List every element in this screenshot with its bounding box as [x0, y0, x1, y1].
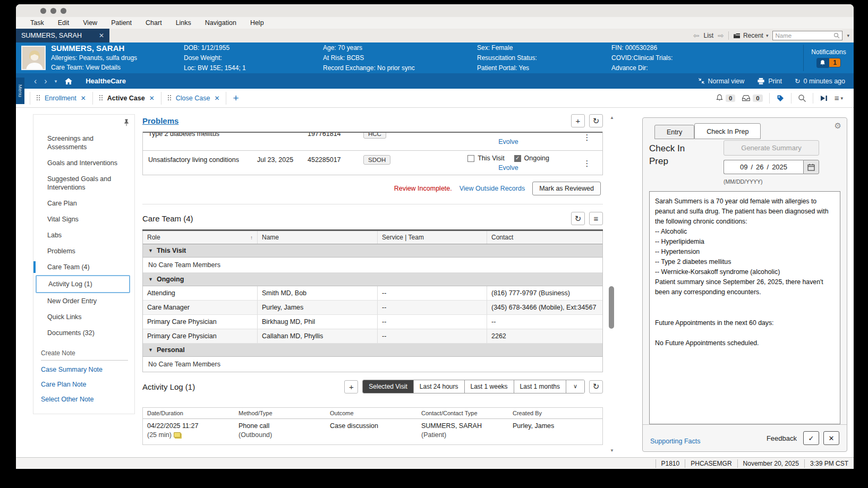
refresh-status-button[interactable]: ↻ 0 minutes ago [795, 77, 845, 85]
filter-last-24-hours[interactable]: Last 24 hours [414, 380, 465, 393]
home-icon[interactable] [64, 78, 73, 85]
sidebar-item-activity-log[interactable]: Activity Log (1) [36, 275, 130, 293]
menu-patient[interactable]: Patient [104, 19, 139, 27]
sidebar-item-documents[interactable]: Documents (32) [33, 325, 134, 341]
supporting-facts-link[interactable]: Supporting Facts [650, 438, 701, 445]
column-outcome[interactable]: Outcome [326, 408, 417, 418]
sidebar-item-care-plan[interactable]: Care Plan [33, 195, 134, 211]
tab-enrollment-close-icon[interactable]: ✕ [81, 95, 86, 102]
feedback-positive-button[interactable]: ✓ [803, 431, 819, 445]
skip-to-panel-icon[interactable] [820, 95, 828, 102]
menu-edit[interactable]: Edit [51, 19, 76, 27]
forward-button[interactable]: › [44, 77, 47, 85]
activity-row[interactable]: 04/22/2025 11:27 (25 min) Phone call (Ou… [143, 419, 602, 444]
search-options-chevron-icon[interactable]: ▾ [847, 33, 849, 38]
tab-active-case[interactable]: Active Case ✕ [93, 92, 161, 105]
tab-close-case-close-icon[interactable]: ✕ [214, 95, 219, 102]
tab-entry[interactable]: Entry [654, 125, 694, 139]
print-button[interactable]: Print [757, 78, 782, 85]
main-scrollbar[interactable]: ▲ ▼ [608, 115, 616, 453]
inbox-button[interactable]: 0 [742, 95, 762, 102]
column-contact-type[interactable]: Contact/Contact Type [417, 408, 508, 418]
problem-row[interactable]: Unsatisfactory living conditions Jul 23,… [143, 151, 602, 175]
care-team-row[interactable]: Care Manager Purley, James -- (345) 678-… [143, 301, 602, 315]
column-created-by[interactable]: Created By [508, 408, 602, 418]
drag-handle-icon[interactable] [168, 95, 172, 101]
add-activity-button[interactable]: + [344, 380, 358, 393]
back-button[interactable]: ‹ [34, 77, 37, 85]
tag-icon[interactable] [776, 94, 785, 102]
case-summary-note-link[interactable]: Case Summary Note [33, 361, 134, 375]
scroll-up-icon[interactable]: ▲ [608, 115, 616, 120]
menu-task[interactable]: Task [23, 19, 51, 27]
summary-textarea[interactable]: Sarah Summers is a 70 year old female wi… [649, 191, 840, 424]
row-menu-icon[interactable]: ⋮ [575, 155, 599, 168]
care-team-row[interactable]: Primary Care Physician Callahan MD, Phyl… [143, 329, 602, 344]
sidebar-item-goals-interventions[interactable]: Goals and Interventions [33, 155, 134, 171]
normal-view-button[interactable]: Normal view [698, 78, 745, 85]
row-menu-icon[interactable]: ⋮ [575, 132, 599, 142]
filter-last-1-weeks[interactable]: Last 1 weeks [465, 380, 514, 393]
scroll-down-icon[interactable]: ▼ [608, 448, 616, 453]
feedback-negative-button[interactable]: ✕ [823, 431, 839, 445]
pin-icon[interactable] [124, 119, 129, 126]
filter-last-1-months[interactable]: Last 1 months [514, 380, 566, 393]
sidebar-item-labs[interactable]: Labs [33, 227, 134, 243]
alerts-button[interactable]: 0 [716, 94, 735, 102]
sidebar-item-problems[interactable]: Problems [33, 243, 134, 259]
care-team-row[interactable]: Primary Care Physician Birkhaug MD, Phil… [143, 315, 602, 329]
care-plan-note-link[interactable]: Care Plan Note [33, 375, 134, 390]
notifications-button[interactable]: 1 [816, 58, 841, 68]
tab-active-case-close-icon[interactable]: ✕ [149, 95, 155, 102]
care-team-row[interactable]: Attending Smith MD, Bob -- (816) 777-979… [143, 286, 602, 301]
history-dropdown-icon[interactable]: ▾ [55, 79, 57, 84]
drag-handle-icon[interactable] [99, 95, 103, 101]
filter-more-chevron-icon[interactable]: ∨ [566, 380, 584, 393]
refresh-problems-button[interactable]: ↻ [589, 114, 603, 127]
column-date-duration[interactable]: Date/Duration [143, 408, 234, 418]
drag-handle-icon[interactable] [37, 95, 40, 101]
this-visit-checkbox[interactable]: This Visit [467, 155, 504, 162]
generate-summary-button[interactable]: Generate Summary [724, 140, 819, 156]
gear-icon[interactable]: ⚙ [835, 121, 841, 131]
menu-chart[interactable]: Chart [139, 19, 169, 27]
calendar-button[interactable] [803, 160, 819, 174]
care-team-menu-button[interactable]: ≡ [589, 212, 603, 225]
add-problem-button[interactable]: + [571, 114, 585, 127]
care-team-view-details[interactable]: Care Team: View Details [51, 63, 184, 72]
window-control-dot[interactable] [61, 8, 66, 14]
sidebar-item-care-team[interactable]: Care Team (4) [33, 259, 134, 275]
scrollbar-thumb[interactable] [609, 286, 614, 329]
tab-check-in-prep[interactable]: Check In Prep [694, 123, 761, 139]
patient-search-input[interactable]: Name [772, 31, 843, 40]
list-prev-icon[interactable]: ⇦ [693, 31, 700, 40]
filter-selected-visit[interactable]: Selected Visit [363, 380, 414, 393]
column-service-team[interactable]: Service | Team [378, 231, 487, 244]
column-contact[interactable]: Contact [487, 231, 602, 244]
group-this-visit[interactable]: ▼ This Visit [143, 244, 602, 258]
view-outside-records-link[interactable]: View Outside Records [459, 185, 525, 192]
column-name[interactable]: Name [258, 231, 378, 244]
prep-date-input[interactable]: 09 / 26 / 2025 [724, 160, 803, 174]
refresh-activity-button[interactable]: ↻ [589, 380, 603, 393]
problems-title-link[interactable]: Problems [142, 116, 178, 125]
ongoing-checkbox[interactable]: ✓ Ongoing [514, 155, 549, 162]
evolve-link[interactable]: Evolve [498, 138, 518, 145]
menu-links[interactable]: Links [169, 19, 198, 27]
search-icon[interactable] [798, 94, 806, 102]
sidebar-item-new-order-entry[interactable]: New Order Entry [33, 293, 134, 309]
sidebar-item-vital-signs[interactable]: Vital Signs [33, 211, 134, 227]
refresh-care-team-button[interactable]: ↻ [571, 212, 585, 225]
evolve-link[interactable]: Evolve [498, 164, 518, 172]
recent-dropdown[interactable]: Recent ▾ [733, 32, 769, 39]
tab-enrollment[interactable]: Enrollment ✕ [30, 92, 93, 105]
problem-row-clipped[interactable]: Type 2 diabetes mellitus 197761814 HCC E… [143, 132, 602, 151]
menu-help[interactable]: Help [243, 19, 271, 27]
tab-close-case[interactable]: Close Case ✕ [161, 92, 227, 105]
sidebar-item-suggested-goals[interactable]: Suggested Goals and Interventions [33, 171, 134, 195]
column-role[interactable]: Role ↑ [143, 231, 258, 244]
menu-side-tab[interactable]: Menu [16, 78, 24, 104]
menu-navigation[interactable]: Navigation [198, 19, 243, 27]
menu-view[interactable]: View [76, 19, 104, 27]
window-control-dot[interactable] [40, 8, 46, 14]
